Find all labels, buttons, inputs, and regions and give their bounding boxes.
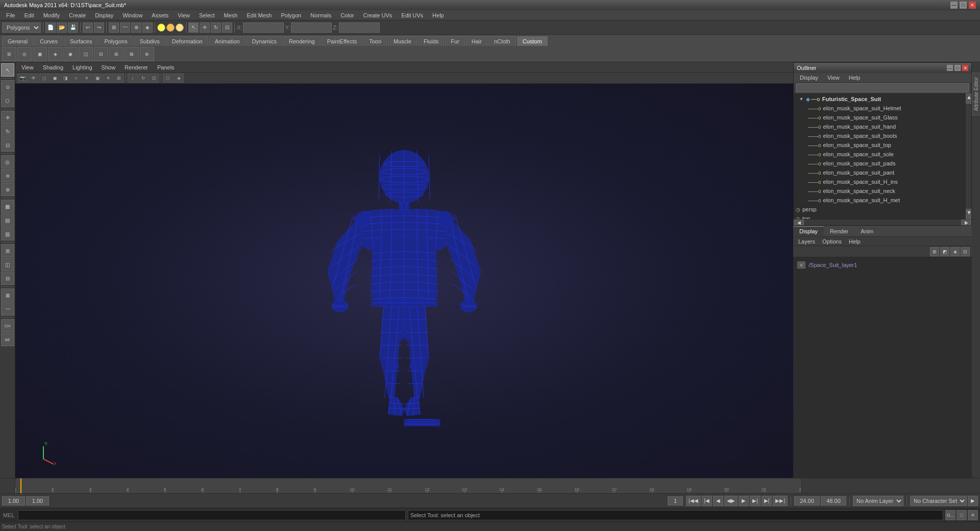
show-results-btn[interactable]: □ [957,510,967,520]
y-input[interactable] [291,22,332,33]
layer-icon-1[interactable]: ⊞ [930,247,939,256]
shelf-tab-deformation[interactable]: Deformation [166,36,208,46]
paint-select-tool[interactable]: ⬡ [1,94,14,107]
shelf-tab-ncloth[interactable]: nCloth [488,36,516,46]
tree-item-neck[interactable]: ——o elon_musk_space_suit_neck [794,186,965,196]
layer-icon-3[interactable]: ◈ [950,247,960,256]
script-editor-btn[interactable]: O... [945,510,955,520]
play-fwd-btn[interactable]: ▶ [739,496,749,506]
viewport-canvas[interactable]: .wire { fill: none; stroke: #2233cc; str… [15,84,793,478]
redo-btn[interactable]: ↪ [94,22,104,33]
tree-item-glass[interactable]: ——o elon_musk_space_suit_Glass [794,113,965,122]
shelf-tab-animation[interactable]: Animation [209,36,246,46]
scale-tool-btn[interactable]: ⊡ [222,22,232,33]
layer-visible-toggle[interactable]: V [797,261,805,269]
tree-item-h-ins[interactable]: ——o elon_musk_space_suit_H_ins [794,177,965,186]
next-frame-btn[interactable]: ▶| [750,496,761,506]
minimize-button[interactable]: — [950,2,958,9]
shelf-tab-painteffects[interactable]: PaintEffects [322,36,363,46]
vp-icon-shadows[interactable]: ▣ [92,74,103,83]
select-tool[interactable]: ↖ [1,63,14,77]
snap-to-curve[interactable]: 〰 [1,302,14,316]
tree-item-top[interactable]: ◷ top [794,214,965,219]
show-manip[interactable]: ⊛ [1,183,14,196]
shelf-tab-surfaces[interactable]: Surfaces [64,36,97,46]
snap-to-grid[interactable]: ⊠ [1,288,14,302]
snap-point-btn[interactable]: ⊕ [131,22,141,33]
save-scene-btn[interactable]: 💾 [68,22,78,33]
shelf-icon-3[interactable]: ▣ [33,47,47,61]
menu-normals[interactable]: Normals [306,11,335,19]
prev-key-btn[interactable]: |◀ [702,496,713,506]
move-tool[interactable]: ✛ [1,111,14,124]
select-tool-btn[interactable]: ↖ [188,22,199,33]
outliner-search-input[interactable] [796,83,969,92]
shelf-icon-9[interactable]: ⊠ [125,47,139,61]
vp-icon-grid[interactable]: ⊞ [114,74,124,83]
scroll-down-btn[interactable]: ▼ [966,209,971,219]
panels[interactable]: ⊟ [1,272,14,285]
vp-menu-show[interactable]: Show [97,63,120,71]
current-frame-input[interactable] [26,496,49,505]
vp-icon-rotate[interactable]: ↻ [138,74,149,83]
menu-display[interactable]: Display [91,11,117,19]
current-frame-2[interactable] [668,496,683,505]
layer-icon-4[interactable]: ⊡ [961,247,970,256]
layer-menu-options[interactable]: Options [819,238,845,245]
anim-layers[interactable]: ▥ [1,227,14,240]
shelf-tab-muscle[interactable]: Muscle [388,36,417,46]
play-back-btn[interactable]: ◀▶ [724,496,738,506]
prev-frame-btn[interactable]: ◀ [713,496,723,506]
vp-icon-camera[interactable]: 📷 [17,74,28,83]
vp-icon-xray[interactable]: ✕ [82,74,92,83]
vp-menu-renderer[interactable]: Renderer [120,63,152,71]
lasso-tool[interactable]: ⊙ [1,80,14,93]
next-key-btn[interactable]: ▶| [762,496,772,506]
menu-modify[interactable]: Modify [39,11,64,19]
vp-menu-view[interactable]: View [17,63,38,71]
menu-help[interactable]: Help [428,11,448,19]
rotate-tool[interactable]: ↻ [1,125,14,138]
menu-edit-mesh[interactable]: Edit Mesh [243,11,276,19]
vp-menu-panels[interactable]: Panels [153,63,179,71]
go-end-btn[interactable]: ▶▶| [773,496,788,506]
menu-assets[interactable]: Assets [148,11,173,19]
shelf-icon-4[interactable]: ◈ [48,47,62,61]
attribute-editor-tab[interactable]: Attribute Editor [972,73,981,115]
go-start-btn[interactable]: |◀◀ [686,496,701,506]
shelf-tab-polygons[interactable]: Polygons [99,36,133,46]
render-layers[interactable]: ▤ [1,213,14,227]
shelf-tab-rendering[interactable]: Rendering [283,36,321,46]
snap-curve-btn[interactable]: 〰 [120,22,130,33]
menu-create-uvs[interactable]: Create UVs [359,11,396,19]
tree-item-persp[interactable]: ◷ persp [794,205,965,214]
shelf-icon-6[interactable]: ◫ [79,47,93,61]
menu-create[interactable]: Create [65,11,90,19]
scroll-right-btn[interactable]: ▶ [961,220,971,225]
maximize-button[interactable]: □ [960,2,967,9]
anim-layer-select[interactable]: No Anim Layer [853,496,903,506]
tree-item-hand[interactable]: ——o elon_musk_space_suit_hand [794,122,965,131]
shelf-tab-fluids[interactable]: Fluids [418,36,444,46]
vp-menu-lighting[interactable]: Lighting [68,63,96,71]
vp-icon-move[interactable]: ↕ [128,74,138,83]
menu-color[interactable]: Color [336,11,358,19]
move-tool-btn[interactable]: ✛ [200,22,210,33]
scale-tool[interactable]: ⊡ [1,138,14,152]
layer-tab-render[interactable]: Render [824,227,854,236]
rotate-tool-btn[interactable]: ↻ [211,22,221,33]
vp-icon-scale[interactable]: ⊡ [149,74,159,83]
tree-item-sole[interactable]: ——o elon_musk_space_suit_sole [794,150,965,159]
tree-item-boots[interactable]: ——o elon_musk_space_suit_boots [794,131,965,140]
tree-item-pads[interactable]: ——o elon_musk_space_suit_pads [794,159,965,168]
scroll-up-btn[interactable]: ▲ [966,93,971,104]
outliner-menu-view[interactable]: View [823,74,844,81]
vp-icon-select-type[interactable]: ◈ [174,74,184,83]
tree-item-helmet[interactable]: ——o elon_musk_space_suit_Helmet [794,104,965,113]
shelf-icon-1[interactable]: ⊞ [2,47,16,61]
shelf-tab-dynamics[interactable]: Dynamics [247,36,282,46]
menu-mesh[interactable]: Mesh [220,11,242,19]
undo-btn[interactable]: ↩ [83,22,93,33]
shelf-icon-7[interactable]: ⊟ [94,47,108,61]
new-scene-btn[interactable]: 📄 [45,22,56,33]
